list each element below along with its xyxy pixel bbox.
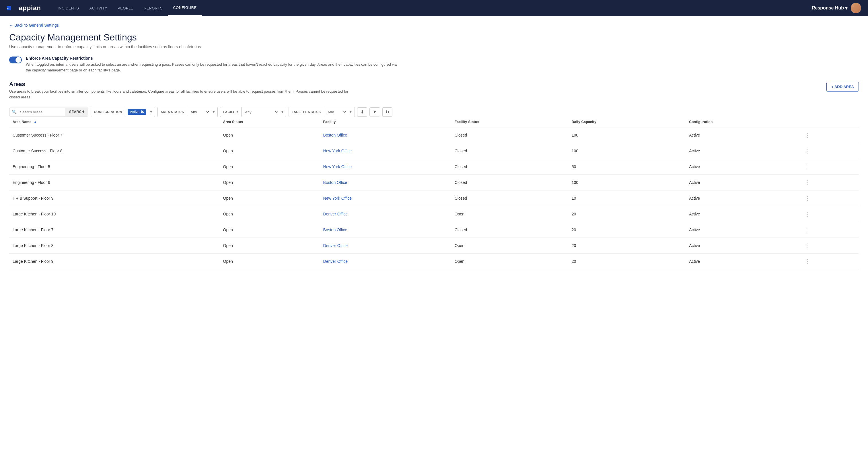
nav-reports[interactable]: REPORTS — [138, 0, 168, 16]
facility-link[interactable]: Boston Office — [323, 180, 347, 185]
row-more-button[interactable]: ⋮ — [803, 242, 812, 250]
row-more-button[interactable]: ⋮ — [803, 194, 812, 202]
search-button[interactable]: SEARCH — [65, 108, 88, 116]
cell-facility-status: Closed — [451, 175, 568, 190]
cell-facility-status: Open — [451, 254, 568, 269]
cell-area-name: HR & Support - Floor 9 — [9, 190, 220, 206]
cell-configuration: Active — [686, 206, 799, 222]
table-row: HR & Support - Floor 9 Open New York Off… — [9, 190, 859, 206]
area-status-select[interactable]: Any Open Closed — [187, 108, 210, 117]
search-icon: 🔍 — [9, 110, 19, 114]
facility-link[interactable]: New York Office — [323, 164, 352, 169]
cell-area-status: Open — [220, 190, 320, 206]
row-more-button[interactable]: ⋮ — [803, 226, 812, 234]
cell-daily-capacity: 20 — [568, 238, 686, 254]
configuration-active-value: Active — [130, 110, 140, 114]
cell-facility: New York Office — [320, 159, 451, 175]
refresh-button[interactable]: ↻ — [382, 107, 393, 117]
row-more-button[interactable]: ⋮ — [803, 178, 812, 186]
cell-facility: Boston Office — [320, 175, 451, 190]
toggle-knob — [16, 57, 21, 63]
areas-table: Area Name ▲ Area Status Facility Facilit… — [9, 117, 859, 269]
facility-link[interactable]: Boston Office — [323, 133, 347, 137]
row-more-button[interactable]: ⋮ — [803, 131, 812, 139]
nav-right: Response Hub ▾ — [812, 3, 861, 13]
facility-filter-label: FACILITY — [220, 107, 242, 117]
hub-selector[interactable]: Response Hub ▾ — [812, 5, 847, 11]
cell-daily-capacity: 100 — [568, 143, 686, 159]
search-input[interactable] — [19, 108, 65, 116]
filter-icon: ▼ — [373, 109, 377, 115]
cell-area-name: Engineering - Floor 6 — [9, 175, 220, 190]
nav-incidents[interactable]: INCIDENTS — [53, 0, 84, 16]
cell-facility-status: Closed — [451, 222, 568, 238]
row-more-button[interactable]: ⋮ — [803, 257, 812, 265]
cell-facility-status: Open — [451, 206, 568, 222]
user-avatar[interactable] — [851, 3, 861, 13]
download-icon: ⬇ — [360, 109, 364, 115]
table-row: Customer Success - Floor 8 Open New York… — [9, 143, 859, 159]
nav-activity[interactable]: ACTIVITY — [84, 0, 113, 16]
cell-area-name: Engineering - Floor 5 — [9, 159, 220, 175]
col-daily-capacity: Daily Capacity — [568, 117, 686, 127]
nav-configure[interactable]: CONFIGURE — [168, 0, 202, 16]
cell-configuration: Active — [686, 159, 799, 175]
cell-area-status: Open — [220, 206, 320, 222]
col-configuration: Configuration — [686, 117, 799, 127]
filters-bar: 🔍 SEARCH CONFIGURATION Active ✖ ▼ AREA S… — [9, 103, 859, 117]
download-button[interactable]: ⬇ — [357, 107, 367, 117]
cell-facility-status: Closed — [451, 143, 568, 159]
cell-more-actions: ⋮ — [799, 159, 859, 175]
cell-facility-status: Open — [451, 238, 568, 254]
cell-facility: Denver Office — [320, 254, 451, 269]
facility-link[interactable]: New York Office — [323, 149, 352, 153]
cell-configuration: Active — [686, 254, 799, 269]
row-more-button[interactable]: ⋮ — [803, 147, 812, 155]
facility-chevron-icon: ▼ — [279, 111, 286, 114]
cell-facility: New York Office — [320, 143, 451, 159]
enforce-toggle[interactable] — [9, 57, 22, 63]
configuration-chevron-icon[interactable]: ▼ — [148, 111, 155, 114]
cell-area-status: Open — [220, 159, 320, 175]
row-more-button[interactable]: ⋮ — [803, 210, 812, 218]
cell-facility-status: Closed — [451, 159, 568, 175]
page-title: Capacity Management Settings — [9, 32, 859, 43]
cell-configuration: Active — [686, 127, 799, 143]
cell-daily-capacity: 100 — [568, 127, 686, 143]
area-status-chevron-icon: ▼ — [210, 111, 217, 114]
facility-link[interactable]: Boston Office — [323, 227, 347, 232]
configuration-active-tag[interactable]: Active ✖ — [128, 109, 146, 115]
facility-link[interactable]: Denver Office — [323, 259, 348, 264]
cell-more-actions: ⋮ — [799, 127, 859, 143]
table-row: Large Kitchen - Floor 7 Open Boston Offi… — [9, 222, 859, 238]
facility-link[interactable]: Denver Office — [323, 243, 348, 248]
filter-button[interactable]: ▼ — [369, 107, 380, 117]
app-logo[interactable]: a appian — [7, 3, 41, 13]
main-content: ← Back to General Settings Capacity Mana… — [0, 16, 868, 459]
cell-daily-capacity: 20 — [568, 222, 686, 238]
configuration-clear-btn[interactable]: ✖ — [141, 110, 144, 114]
cell-facility: New York Office — [320, 190, 451, 206]
refresh-icon: ↻ — [385, 109, 389, 115]
table-header-row: Area Name ▲ Area Status Facility Facilit… — [9, 117, 859, 127]
nav-people[interactable]: PEOPLE — [113, 0, 138, 16]
cell-facility: Boston Office — [320, 127, 451, 143]
cell-facility-status: Closed — [451, 190, 568, 206]
sort-icon[interactable]: ▲ — [34, 120, 37, 124]
facility-select[interactable]: Any Boston Office New York Office Denver… — [242, 108, 279, 117]
col-area-name: Area Name ▲ — [9, 117, 220, 127]
facility-link[interactable]: Denver Office — [323, 212, 348, 216]
back-link[interactable]: ← Back to General Settings — [9, 23, 859, 28]
area-status-filter: AREA STATUS Any Open Closed ▼ — [157, 107, 218, 117]
cell-configuration: Active — [686, 175, 799, 190]
cell-more-actions: ⋮ — [799, 206, 859, 222]
facility-status-select[interactable]: Any Open Closed — [324, 108, 347, 117]
add-area-button[interactable]: + ADD AREA — [827, 82, 859, 92]
table-row: Engineering - Floor 5 Open New York Offi… — [9, 159, 859, 175]
cell-area-status: Open — [220, 175, 320, 190]
cell-facility: Boston Office — [320, 222, 451, 238]
row-more-button[interactable]: ⋮ — [803, 163, 812, 171]
cell-facility-status: Closed — [451, 127, 568, 143]
col-area-status: Area Status — [220, 117, 320, 127]
facility-link[interactable]: New York Office — [323, 196, 352, 201]
